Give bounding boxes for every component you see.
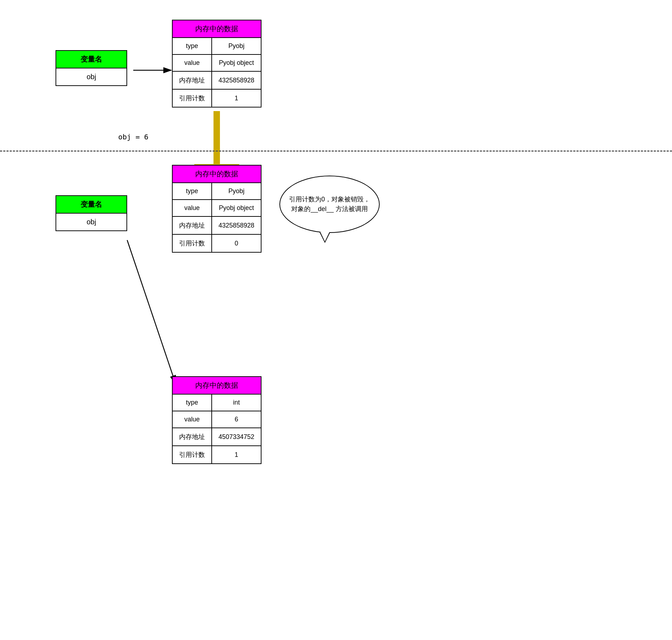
mem-table-1-label-0: type xyxy=(173,38,212,54)
mem-table-1-label-2: 内存地址 xyxy=(173,72,212,89)
mem-table-2-row-2: 内存地址 4325858928 xyxy=(173,217,261,235)
mem-table-1-row-2: 内存地址 4325858928 xyxy=(173,72,261,90)
mem-table-3-value-1: 6 xyxy=(212,411,261,428)
assignment-label: obj = 6 xyxy=(118,133,148,141)
mem-table-2-label-1: value xyxy=(173,200,212,216)
mem-table-1-row-0: type Pyobj xyxy=(173,38,261,55)
mem-table-3-value-3: 1 xyxy=(212,446,261,463)
mem-table-3-row-1: value 6 xyxy=(173,411,261,428)
mem-table-1-label-3: 引用计数 xyxy=(173,90,212,107)
mem-table-1-value-2: 4325858928 xyxy=(212,72,261,89)
mem-table-1-label-1: value xyxy=(173,55,212,71)
speech-bubble-text: 引用计数为0，对象被销毁，对象的__del__ 方法被调用 xyxy=(287,195,372,214)
mem-table-3: 内存中的数据 type int value 6 内存地址 4507334752 … xyxy=(172,376,261,464)
mem-table-2: 内存中的数据 type Pyobj value Pyobj object 内存地… xyxy=(172,165,261,253)
mem-table-1-value-0: Pyobj xyxy=(212,38,261,54)
mem-table-1-row-1: value Pyobj object xyxy=(173,55,261,72)
diagram-container: 变量名 obj 内存中的数据 type Pyobj value Pyobj ob… xyxy=(0,0,672,640)
mem-table-2-header: 内存中的数据 xyxy=(173,166,261,183)
mem-table-3-row-2: 内存地址 4507334752 xyxy=(173,428,261,446)
mem-table-2-label-0: type xyxy=(173,183,212,199)
mem-table-3-label-3: 引用计数 xyxy=(173,446,212,463)
var-box-1-value: obj xyxy=(56,68,126,85)
mem-table-1-value-3: 1 xyxy=(212,90,261,107)
mem-table-1-header: 内存中的数据 xyxy=(173,20,261,38)
mem-table-3-row-3: 引用计数 1 xyxy=(173,446,261,463)
var-box-2: 变量名 obj xyxy=(56,195,127,231)
mem-table-2-label-2: 内存地址 xyxy=(173,217,212,234)
mem-table-2-value-2: 4325858928 xyxy=(212,217,261,234)
mem-table-2-row-3: 引用计数 0 xyxy=(173,235,261,252)
var-box-1: 变量名 obj xyxy=(56,50,127,86)
var-box-2-value: obj xyxy=(56,214,126,230)
var-box-2-header: 变量名 xyxy=(56,196,126,214)
arrows-svg xyxy=(0,0,672,640)
mem-table-2-value-3: 0 xyxy=(212,235,261,252)
mem-table-1-row-3: 引用计数 1 xyxy=(173,90,261,107)
mem-table-3-header: 内存中的数据 xyxy=(173,377,261,395)
mem-table-2-row-0: type Pyobj xyxy=(173,183,261,200)
mem-table-2-value-1: Pyobj object xyxy=(212,200,261,216)
speech-bubble: 引用计数为0，对象被销毁，对象的__del__ 方法被调用 xyxy=(279,176,380,233)
dashed-divider xyxy=(0,151,672,152)
mem-table-3-label-0: type xyxy=(173,395,212,411)
mem-table-3-label-2: 内存地址 xyxy=(173,428,212,445)
mem-table-1-value-1: Pyobj object xyxy=(212,55,261,71)
mem-table-3-value-0: int xyxy=(212,395,261,411)
mem-table-3-row-0: type int xyxy=(173,395,261,411)
mem-table-3-label-1: value xyxy=(173,411,212,428)
mem-table-3-value-2: 4507334752 xyxy=(212,428,261,445)
mem-table-2-row-1: value Pyobj object xyxy=(173,200,261,217)
mem-table-2-value-0: Pyobj xyxy=(212,183,261,199)
mem-table-1: 内存中的数据 type Pyobj value Pyobj object 内存地… xyxy=(172,20,261,108)
arrow-var2-to-mem3 xyxy=(127,240,176,383)
var-box-1-header: 变量名 xyxy=(56,51,126,68)
mem-table-2-label-3: 引用计数 xyxy=(173,235,212,252)
